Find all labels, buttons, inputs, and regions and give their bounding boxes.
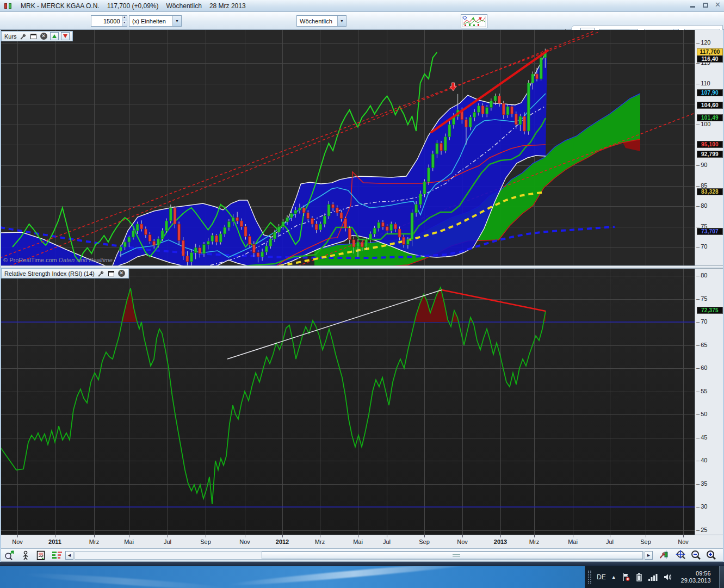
units-count-field[interactable]: ▲▼ (91, 15, 127, 27)
axis-tick-label: –70 (696, 318, 707, 325)
maximize-icon[interactable] (701, 1, 709, 9)
time-label-year: 2012 (276, 539, 289, 545)
units-stepper[interactable]: ▲▼ (122, 16, 127, 26)
time-label-year: 2013 (494, 539, 507, 545)
time-label-month: Mrz (529, 539, 539, 545)
price-value-badge: 117,700 (697, 48, 723, 55)
cursor-person-icon[interactable] (20, 550, 32, 561)
language-indicator[interactable]: DE (597, 573, 606, 581)
candlestick-icon (3, 2, 13, 10)
pointer-zoom-icon[interactable] (3, 550, 15, 561)
title-bar[interactable]: MRK - MERCK KGAA O.N. 117,700 (+0,09%) W… (0, 0, 724, 12)
price-value-badge: 73,707 (697, 228, 723, 235)
time-label-month: Nov (239, 539, 250, 545)
copyright-label: © ProRealTime.com Daten sind Realtime (3, 257, 113, 263)
wrench-icon[interactable] (97, 269, 105, 277)
time-label-month: Mai (353, 539, 363, 545)
time-label-year: 2011 (48, 539, 61, 545)
window-frame-left (0, 30, 1, 562)
report-icon[interactable] (35, 550, 47, 561)
move-panel-down-button[interactable] (61, 32, 70, 40)
taskbar-grip[interactable] (588, 571, 591, 584)
order-book-icon[interactable] (51, 550, 63, 561)
axis-tick-label: –80 (696, 272, 707, 278)
axis-tick-label: –70 (696, 243, 707, 250)
time-tick (358, 535, 358, 537)
chevron-down-icon[interactable]: ▼ (172, 16, 181, 26)
axis-tick-label: –80 (696, 202, 707, 209)
panel-title: Relative Strength Index (RSI) (14) (4, 270, 95, 277)
price-value-badge: 95,100 (697, 141, 723, 148)
window-bottom-edge (0, 562, 724, 566)
time-scrollbar[interactable] (75, 551, 643, 560)
axis-tick-label: –120 (696, 39, 710, 46)
time-tick (573, 535, 573, 537)
time-label-month: Sep (640, 539, 651, 545)
time-tick (534, 535, 535, 537)
instrument-title: MRK - MERCK KGAA O.N. (21, 2, 100, 10)
battery-icon[interactable] (636, 573, 642, 581)
wrench-icon[interactable] (19, 32, 27, 40)
rsi-axis[interactable]: –80–75–70–65–60–55–50–45–40–35–30–2572,3… (695, 269, 724, 535)
scroll-right-button[interactable]: ▶ (645, 551, 653, 560)
price-axis[interactable]: –120–115–110–100–90–85–80–75–70117,70011… (695, 30, 724, 265)
timeframe-dropdown[interactable]: Wöchentlich ▼ (296, 15, 346, 27)
close-circle-icon[interactable]: ✕ (117, 269, 126, 277)
axis-tick-label: –110 (696, 80, 710, 86)
time-label-month: Mrz (89, 539, 99, 545)
price-value-badge: 72,375 (697, 307, 723, 314)
scroll-left-button[interactable]: ◀ (65, 551, 73, 560)
rsi-chart-plot[interactable] (0, 269, 695, 535)
volume-icon[interactable] (663, 573, 672, 581)
mini-chart-icon (462, 16, 486, 27)
time-label-month: Jul (164, 539, 171, 545)
move-panel-up-button[interactable] (50, 32, 59, 40)
time-tick (129, 535, 129, 537)
close-circle-icon[interactable]: ✕ (40, 32, 48, 40)
axis-tick-label: –90 (696, 162, 707, 168)
axis-tick-label: –65 (696, 342, 707, 348)
network-signal-icon[interactable] (648, 573, 658, 581)
action-center-flag-icon[interactable] (622, 573, 630, 581)
chart-bottom-toolbar: ◀ ▶ (0, 548, 724, 562)
price-chart-plot[interactable] (0, 30, 695, 265)
window-icon[interactable] (29, 32, 38, 40)
time-tick (462, 535, 463, 537)
time-tick (320, 535, 320, 537)
time-label: 09:56 (677, 570, 711, 577)
time-tick (610, 535, 610, 537)
time-tick (17, 535, 18, 537)
scrollbar-thumb[interactable] (262, 552, 643, 559)
axis-tick-label: –35 (696, 480, 707, 487)
date-label: 28 Mrz 2013 (209, 2, 246, 10)
time-tick (646, 535, 646, 537)
close-icon[interactable]: ✕ (714, 1, 722, 9)
zoom-out-icon[interactable] (690, 550, 702, 561)
chevron-down-icon[interactable]: ▼ (337, 16, 346, 26)
price-value-badge: 104,60 (697, 102, 723, 109)
time-axis[interactable]: Nov2011MrzMaiJulSepNov2012MrzMaiJulSepNo… (0, 535, 724, 548)
minimize-icon[interactable] (689, 1, 697, 9)
price-value-badge: 107,90 (697, 89, 723, 96)
time-label-month: Sep (200, 539, 211, 545)
time-tick (94, 535, 95, 537)
units-type-dropdown[interactable]: (x) Einheiten ▼ (129, 15, 182, 27)
zoom-fit-icon[interactable] (675, 550, 686, 561)
window-icon[interactable] (107, 269, 115, 277)
chart-style-button[interactable] (461, 14, 487, 28)
zoom-in-icon[interactable] (705, 550, 717, 561)
application-window: MRK - MERCK KGAA O.N. 117,700 (+0,09%) W… (0, 0, 724, 588)
time-label-month: Mai (568, 539, 578, 545)
axis-tick-label: –55 (696, 388, 707, 394)
units-count-input[interactable] (91, 16, 122, 26)
axis-tick-label: –40 (696, 457, 707, 463)
show-desktop-button[interactable] (719, 566, 724, 588)
chart-settings-icon[interactable] (658, 550, 670, 561)
time-label-month: Sep (419, 539, 430, 545)
axis-tick-label: –50 (696, 411, 707, 417)
time-label-month: Nov (678, 539, 689, 545)
date-label: 29.03.2013 (677, 577, 711, 584)
time-label-month: Jul (383, 539, 391, 545)
hidden-icons-chevron[interactable]: ▲ (611, 574, 616, 580)
clock[interactable]: 09:56 29.03.2013 (677, 570, 711, 584)
